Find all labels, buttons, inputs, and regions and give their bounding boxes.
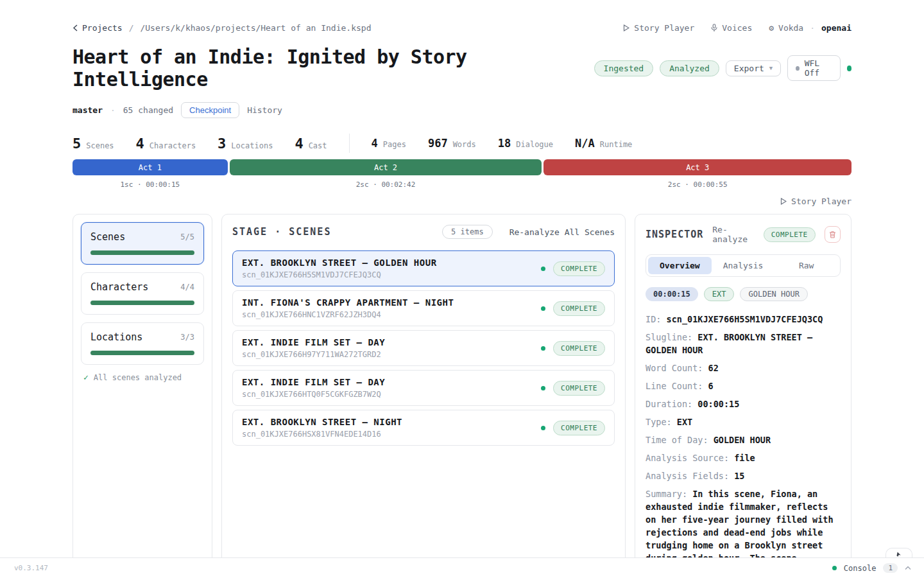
sidebar-item[interactable]: Scenes 5/5: [81, 222, 204, 265]
reanalyze-all-button[interactable]: Re-analyze All Scenes: [509, 227, 615, 237]
top-nav: Story Player Voices ⚙ Vokda · openai: [623, 23, 851, 33]
voices-label: Voices: [722, 23, 752, 33]
time-of-day-chip: GOLDEN HOUR: [740, 287, 807, 301]
breadcrumb-separator: /: [129, 23, 134, 33]
sidebar-item[interactable]: Locations 3/3: [81, 322, 204, 365]
sidebar-item-label: Scenes: [90, 231, 125, 243]
stat-item: 4 Characters: [136, 136, 196, 152]
sidebar-item-label: Characters: [90, 281, 148, 293]
scene-id: scn_01KJXE766HSX81VFN4EDE14D16: [242, 430, 402, 439]
stat-label: Cast: [309, 141, 327, 150]
sidebar-item-count: 4/4: [180, 283, 194, 292]
scene-status: COMPLETE: [541, 261, 605, 276]
scene-slugline: EXT. INDIE FILM SET — DAY: [242, 337, 385, 347]
stat-value: 4: [136, 136, 144, 152]
act-segment: Act 3 2sc · 00:00:55: [543, 159, 851, 189]
story-player-link-label: Story Player: [791, 197, 851, 206]
field-label: Type:: [646, 417, 672, 427]
voices-nav-button[interactable]: Voices: [711, 23, 752, 33]
duration-chip: 00:00:15: [646, 287, 698, 301]
stage-title: STAGE · SCENES: [232, 226, 331, 238]
scene-card[interactable]: EXT. INDIE FILM SET — DAY scn_01KJXE766H…: [232, 330, 615, 366]
breadcrumb-row: Projects / /Users/k/khaos/projects/Heart…: [73, 23, 851, 33]
scene-card[interactable]: EXT. BROOKLYN STREET — NIGHT scn_01KJXE7…: [232, 410, 615, 446]
back-to-projects-link[interactable]: Projects: [73, 23, 123, 33]
scene-card[interactable]: EXT. BROOKLYN STREET — GOLDEN HOUR scn_0…: [232, 250, 615, 286]
field-value: EXT: [677, 417, 692, 427]
scene-info: EXT. BROOKLYN STREET — GOLDEN HOUR scn_0…: [242, 258, 437, 279]
microphone-icon: [711, 24, 717, 32]
field-value: 62: [708, 363, 719, 373]
field-value: GOLDEN HOUR: [714, 435, 771, 445]
act-caption: 2sc · 00:02:42: [230, 180, 542, 189]
analysis-status-label: All scenes analyzed: [94, 373, 182, 382]
delete-button[interactable]: [825, 226, 841, 243]
inspector-field: Analysis Fields: 15: [646, 469, 841, 482]
scene-card[interactable]: INT. FIONA'S CRAPPY APARTMENT — NIGHT sc…: [232, 290, 615, 326]
analysis-status: ✓ All scenes analyzed: [81, 372, 204, 382]
title-badges: Ingested Analyzed Export ▼ WFL Off: [594, 55, 851, 81]
ingested-badge: Ingested: [594, 60, 654, 76]
field-label: Time of Day:: [646, 435, 708, 445]
chevron-up-icon[interactable]: [905, 566, 911, 570]
repo-row: master · 65 changed Checkpoint History: [73, 102, 851, 118]
stat-item: 3 Locations: [218, 136, 273, 152]
stat-label: Characters: [150, 141, 196, 150]
inspector-field: Slugline: EXT. BROOKLYN STREET — GOLDEN …: [646, 331, 841, 356]
stat-label: Dialogue: [516, 140, 553, 149]
console-controls: Console 1: [832, 563, 924, 573]
act-bar[interactable]: Act 3: [543, 159, 851, 175]
stat-label: Locations: [231, 141, 273, 150]
vokda-label: Vokda: [778, 23, 803, 33]
scene-info: EXT. BROOKLYN STREET — NIGHT scn_01KJXE7…: [242, 417, 402, 439]
inspector-field: Line Count: 6: [646, 380, 841, 392]
stage-panel: STAGE · SCENES 5 items Re-analyze All Sc…: [221, 214, 626, 578]
scene-slugline: EXT. BROOKLYN STREET — GOLDEN HOUR: [242, 258, 437, 268]
story-player-nav-button[interactable]: Story Player: [623, 23, 694, 33]
inspector-field: Duration: 00:00:15: [646, 398, 841, 410]
scene-status: COMPLETE: [541, 381, 605, 396]
act-segment: Act 1 1sc · 00:00:15: [73, 159, 228, 189]
sidebar-item-count: 5/5: [180, 232, 194, 241]
inspector-tab[interactable]: Raw: [774, 257, 838, 274]
provider-name[interactable]: openai: [821, 23, 851, 33]
vokda-nav-button[interactable]: ⚙ Vokda: [769, 23, 803, 33]
stats-row: 5 Scenes 4 Characters 3 Locations 4 Cast…: [73, 134, 851, 153]
stat-label: Words: [453, 140, 476, 149]
console-toggle[interactable]: Console: [844, 564, 877, 573]
stat-item: 5 Scenes: [73, 136, 114, 152]
status-dot: [541, 267, 545, 271]
progress-bar: [90, 250, 194, 255]
act-caption: 2sc · 00:00:55: [543, 180, 851, 189]
wfl-toggle-button[interactable]: WFL Off: [787, 55, 841, 81]
sidebar-item-label: Locations: [90, 331, 142, 343]
inspector-tab[interactable]: Analysis: [712, 257, 775, 274]
breadcrumb-back-label: Projects: [82, 23, 123, 33]
scene-info: EXT. INDIE FILM SET — DAY scn_01KJXE766H…: [242, 377, 385, 399]
act-bar[interactable]: Act 1: [73, 159, 228, 175]
act-bar[interactable]: Act 2: [230, 159, 542, 175]
stat-value: 967: [428, 137, 448, 150]
scene-card[interactable]: EXT. INDIE FILM SET — DAY scn_01KJXE766H…: [232, 370, 615, 406]
inspector-field: Time of Day: GOLDEN HOUR: [646, 434, 841, 446]
story-player-link[interactable]: Story Player: [780, 197, 851, 206]
breadcrumb: Projects / /Users/k/khaos/projects/Heart…: [73, 23, 371, 33]
checkpoint-button[interactable]: Checkpoint: [181, 102, 239, 118]
console-count-badge: 1: [883, 563, 898, 573]
scene-status: COMPLETE: [541, 341, 605, 356]
progress-bar: [90, 351, 194, 355]
inspector-reanalyze-button[interactable]: Re-analyze: [712, 225, 754, 244]
inspector-tab[interactable]: Overview: [648, 257, 712, 274]
sidebar-item[interactable]: Characters 4/4: [81, 272, 204, 315]
scene-id: scn_01KJXE766HNC1VZRF62JZH3DQ4: [242, 310, 454, 319]
field-value: 15: [734, 471, 744, 481]
progress-bar: [90, 301, 194, 305]
branch-name[interactable]: master: [73, 105, 103, 115]
stat-value: 3: [218, 136, 226, 152]
field-value: scn_01KJXE766H5SM1VDJ7CFEJQ3CQ: [667, 314, 823, 324]
status-dot: [541, 426, 545, 430]
scene-slugline: INT. FIONA'S CRAPPY APARTMENT — NIGHT: [242, 297, 454, 308]
gear-icon: ⚙: [769, 23, 774, 33]
export-dropdown-button[interactable]: Export ▼: [726, 60, 781, 76]
history-link[interactable]: History: [247, 105, 282, 115]
